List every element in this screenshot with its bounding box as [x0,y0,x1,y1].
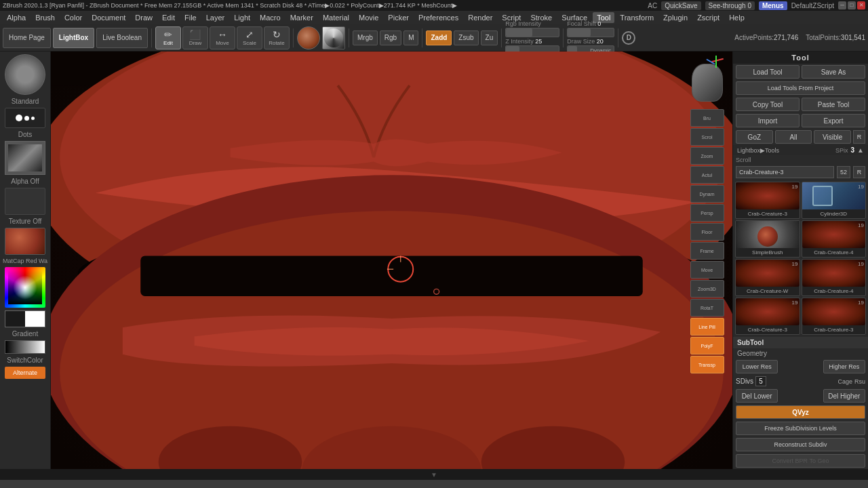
line-pill-btn[interactable]: Line Pill [690,318,724,336]
menu-draw[interactable]: Draw [131,12,157,23]
move-btn[interactable]: ↔ Move [210,26,235,49]
color-swatches[interactable] [5,310,45,327]
menu-transform[interactable]: Transform [616,12,658,23]
menus-btn[interactable]: Menus [759,1,787,10]
import-btn[interactable]: Import [736,114,800,127]
del-lower-btn[interactable]: Del Lower [736,389,778,403]
del-higher-btn[interactable]: Del Higher [823,389,865,403]
alpha-preview-btn[interactable] [322,26,345,49]
alternate-btn[interactable]: Alternate [5,367,45,379]
subtool-label[interactable]: SubTool [737,339,764,346]
menu-render[interactable]: Render [464,12,496,23]
menu-movie[interactable]: Movie [355,12,382,23]
live-boolean-btn[interactable]: Live Boolean [96,28,148,48]
window-minimize[interactable]: ─ [838,1,846,9]
rotat-btn[interactable]: RotaT [690,299,724,317]
goz-btn[interactable]: GoZ [736,130,773,144]
zoom3d-btn[interactable]: Zoom3D [690,280,724,298]
all-btn[interactable]: All [775,130,812,144]
transp-btn[interactable]: Transsp [690,356,724,373]
home-page-btn[interactable]: Home Page [3,28,51,48]
lightbox-nav-label[interactable]: Lightbox▶Tools [737,147,779,154]
menu-material[interactable]: Material [319,12,353,23]
window-maximize[interactable]: □ [848,1,856,9]
matcap-preview[interactable] [5,228,45,255]
menu-zplugin[interactable]: Zplugin [659,12,692,23]
gradient-preview[interactable] [5,340,45,354]
menu-alpha[interactable]: Alpha [3,12,30,23]
tool-thumb-cylinder3d[interactable]: 19 Cylinder3D [802,182,867,219]
orientation-gizmo[interactable] [685,54,729,105]
qvyz-btn[interactable]: QVyz [736,405,865,419]
r-val-btn[interactable]: R [853,166,865,178]
see-through-btn[interactable]: See-through 0 [705,1,755,10]
focal-shift-slider[interactable] [567,28,614,37]
viewport-canvas[interactable] [51,52,732,469]
r-btn[interactable]: R [853,130,865,144]
lightbox-btn[interactable]: LightBox [53,28,94,48]
rgb-btn[interactable]: Rgb [380,30,401,45]
texture-preview[interactable] [5,188,45,215]
visible-btn[interactable]: Visible [814,130,851,144]
load-tools-from-project-btn[interactable]: Load Tools From Project [736,81,865,95]
menu-color[interactable]: Color [60,12,86,23]
menu-zscript[interactable]: Zscript [693,12,724,23]
export-btn[interactable]: Export [802,114,865,127]
menu-light[interactable]: Light [230,12,254,23]
rotate-btn[interactable]: ↻ Rotate [264,26,290,49]
dynamic-btn[interactable]: Dynam [690,185,724,203]
m-btn[interactable]: M [403,30,418,45]
current-tool-name[interactable]: Crab-Creature-3 [736,166,834,178]
color-picker[interactable] [5,267,45,308]
floor-btn[interactable]: Floor [690,223,724,241]
spix-up-btn[interactable]: ▲ [857,146,864,154]
brush-preview[interactable] [5,54,45,95]
paste-tool-btn[interactable]: Paste Tool [802,98,865,111]
viewport[interactable]: 0.077,-0.321,-0.685 [51,52,732,469]
persp-btn[interactable]: Persp [690,204,724,222]
sdiv-val[interactable]: 5 [755,376,766,386]
scale-btn[interactable]: ⤢ Scale [237,26,262,49]
menu-layer[interactable]: Layer [202,12,229,23]
tool-thumb-crab4b[interactable]: 19 Crab-Creature-4 [802,259,867,296]
zu-btn[interactable]: Zu [481,30,498,45]
lower-res-btn[interactable]: Lower Res [736,360,778,373]
zadd-btn[interactable]: Zadd [426,30,452,45]
zsub-btn[interactable]: Zsub [454,30,478,45]
save-as-btn[interactable]: Save As [802,65,865,79]
mrgb-btn[interactable]: Mrgb [353,30,378,45]
menu-help[interactable]: Help [725,12,749,23]
menu-file[interactable]: File [180,12,201,23]
menu-document[interactable]: Document [87,12,130,23]
menu-picker[interactable]: Picker [384,12,413,23]
freeze-subdiv-btn[interactable]: Freeze SubDivision Levels [736,422,865,435]
convert-bpr-btn[interactable]: Convert BPR To Geo [736,454,865,468]
higher-res-btn[interactable]: Higher Res [823,360,865,373]
d-icon-btn[interactable]: D [622,31,635,45]
brush-preview-btn[interactable] [297,26,320,49]
move-btn[interactable]: Move [690,261,724,279]
frame-btn[interactable]: Frame [690,242,724,260]
tool-thumb-crab3[interactable]: 19 Crab-Creature-3 [735,182,800,219]
actual-btn[interactable]: Actul [690,166,724,184]
alpha-preview[interactable] [5,141,45,175]
menu-preferences[interactable]: Preferences [414,12,462,23]
menu-brush[interactable]: Brush [31,12,59,23]
tool-thumb-simplebrush[interactable]: SimpleBrush [735,220,800,258]
tool-thumb-crab3c[interactable]: 19 Crab-Creature-3 [802,298,867,335]
tool-thumb-crab3b[interactable]: 19 Crab-Creature-3 [735,298,800,335]
load-tool-btn[interactable]: Load Tool [736,65,800,79]
window-close[interactable]: ✕ [857,1,865,9]
draw-mode-btn[interactable]: ✏ Edit [155,26,181,49]
draw-btn[interactable]: ⬛ Draw [182,26,208,49]
reconstruct-subdiv-btn[interactable]: Reconstruct Subdiv [736,438,865,451]
menu-edit[interactable]: Edit [158,12,179,23]
tool-thumb-crab4[interactable]: 19 Crab-Creature-4 [802,220,867,258]
stroke-preview[interactable] [5,108,45,128]
copy-tool-btn[interactable]: Copy Tool [736,98,800,111]
zoom-btn[interactable]: Zoom [690,147,724,165]
quicksave-btn[interactable]: QuickSave [661,1,701,10]
rgb-intensity-slider[interactable] [505,28,559,37]
scroll-btn[interactable]: Scrol [690,128,724,146]
menu-macro[interactable]: Macro [256,12,285,23]
